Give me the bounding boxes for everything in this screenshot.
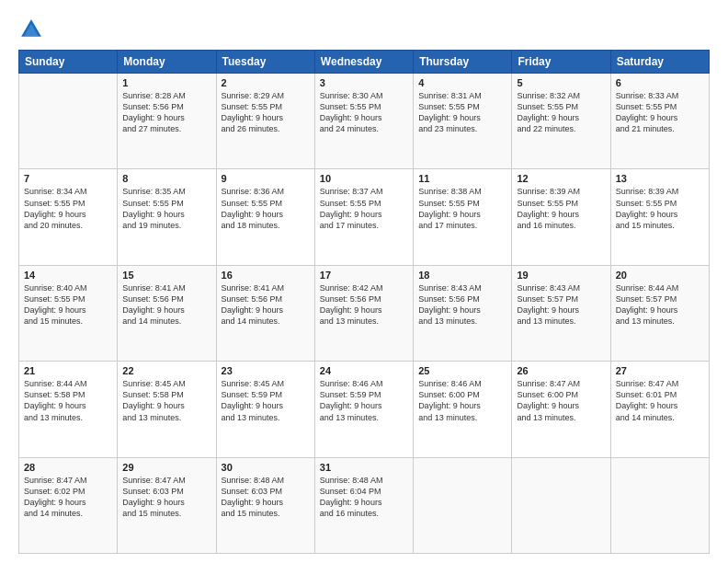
day-cell: 9Sunrise: 8:36 AM Sunset: 5:55 PM Daylig… xyxy=(216,169,314,265)
page: SundayMondayTuesdayWednesdayThursdayFrid… xyxy=(0,0,728,563)
day-number: 12 xyxy=(517,173,605,184)
day-number: 25 xyxy=(418,365,506,376)
day-cell: 10Sunrise: 8:37 AM Sunset: 5:55 PM Dayli… xyxy=(314,169,413,265)
day-number: 24 xyxy=(320,365,408,376)
day-info: Sunrise: 8:37 AM Sunset: 5:55 PM Dayligh… xyxy=(320,186,408,231)
day-number: 29 xyxy=(122,462,210,473)
day-cell: 16Sunrise: 8:41 AM Sunset: 5:56 PM Dayli… xyxy=(216,265,314,361)
day-cell xyxy=(414,457,512,553)
day-number: 1 xyxy=(122,77,210,88)
calendar-body: 1Sunrise: 8:28 AM Sunset: 5:56 PM Daylig… xyxy=(19,74,710,554)
week-row-2: 7Sunrise: 8:34 AM Sunset: 5:55 PM Daylig… xyxy=(19,169,710,265)
header-cell-saturday: Saturday xyxy=(610,51,709,74)
day-cell: 21Sunrise: 8:44 AM Sunset: 5:58 PM Dayli… xyxy=(19,362,118,457)
header-cell-monday: Monday xyxy=(118,51,216,74)
day-number: 9 xyxy=(222,173,310,184)
day-cell xyxy=(610,457,709,553)
day-cell: 8Sunrise: 8:35 AM Sunset: 5:55 PM Daylig… xyxy=(118,169,216,265)
day-cell: 24Sunrise: 8:46 AM Sunset: 5:59 PM Dayli… xyxy=(314,362,413,457)
day-info: Sunrise: 8:43 AM Sunset: 5:57 PM Dayligh… xyxy=(517,282,605,327)
day-number: 22 xyxy=(122,365,210,376)
day-info: Sunrise: 8:30 AM Sunset: 5:55 PM Dayligh… xyxy=(320,90,408,135)
day-number: 19 xyxy=(517,270,605,281)
header-cell-wednesday: Wednesday xyxy=(314,51,413,74)
day-info: Sunrise: 8:43 AM Sunset: 5:56 PM Dayligh… xyxy=(418,282,506,327)
day-number: 21 xyxy=(24,365,112,376)
day-info: Sunrise: 8:28 AM Sunset: 5:56 PM Dayligh… xyxy=(122,90,210,135)
day-cell: 15Sunrise: 8:41 AM Sunset: 5:56 PM Dayli… xyxy=(118,265,216,361)
calendar-table: SundayMondayTuesdayWednesdayThursdayFrid… xyxy=(18,50,710,554)
day-number: 15 xyxy=(122,270,210,281)
calendar-header: SundayMondayTuesdayWednesdayThursdayFrid… xyxy=(19,51,710,74)
day-cell: 30Sunrise: 8:48 AM Sunset: 6:03 PM Dayli… xyxy=(216,457,314,553)
day-number: 28 xyxy=(24,462,112,473)
day-info: Sunrise: 8:31 AM Sunset: 5:55 PM Dayligh… xyxy=(418,90,506,135)
day-cell: 27Sunrise: 8:47 AM Sunset: 6:01 PM Dayli… xyxy=(610,362,709,457)
day-cell: 4Sunrise: 8:31 AM Sunset: 5:55 PM Daylig… xyxy=(414,74,512,169)
day-number: 4 xyxy=(418,77,506,88)
day-cell: 22Sunrise: 8:45 AM Sunset: 5:58 PM Dayli… xyxy=(118,362,216,457)
week-row-3: 14Sunrise: 8:40 AM Sunset: 5:55 PM Dayli… xyxy=(19,265,710,361)
day-info: Sunrise: 8:42 AM Sunset: 5:56 PM Dayligh… xyxy=(320,282,408,327)
day-cell: 28Sunrise: 8:47 AM Sunset: 6:02 PM Dayli… xyxy=(19,457,118,553)
day-cell: 11Sunrise: 8:38 AM Sunset: 5:55 PM Dayli… xyxy=(414,169,512,265)
header-cell-friday: Friday xyxy=(512,51,610,74)
day-number: 17 xyxy=(320,270,408,281)
day-info: Sunrise: 8:39 AM Sunset: 5:55 PM Dayligh… xyxy=(616,186,704,231)
week-row-5: 28Sunrise: 8:47 AM Sunset: 6:02 PM Dayli… xyxy=(19,457,710,553)
day-info: Sunrise: 8:44 AM Sunset: 5:57 PM Dayligh… xyxy=(616,282,704,327)
day-info: Sunrise: 8:38 AM Sunset: 5:55 PM Dayligh… xyxy=(418,186,506,231)
day-cell: 7Sunrise: 8:34 AM Sunset: 5:55 PM Daylig… xyxy=(19,169,118,265)
day-cell: 14Sunrise: 8:40 AM Sunset: 5:55 PM Dayli… xyxy=(19,265,118,361)
day-cell: 1Sunrise: 8:28 AM Sunset: 5:56 PM Daylig… xyxy=(118,74,216,169)
day-info: Sunrise: 8:46 AM Sunset: 6:00 PM Dayligh… xyxy=(418,378,506,423)
day-cell: 20Sunrise: 8:44 AM Sunset: 5:57 PM Dayli… xyxy=(610,265,709,361)
day-cell: 23Sunrise: 8:45 AM Sunset: 5:59 PM Dayli… xyxy=(216,362,314,457)
day-info: Sunrise: 8:36 AM Sunset: 5:55 PM Dayligh… xyxy=(222,186,310,231)
day-number: 8 xyxy=(122,173,210,184)
week-row-4: 21Sunrise: 8:44 AM Sunset: 5:58 PM Dayli… xyxy=(19,362,710,457)
header xyxy=(18,17,710,42)
day-info: Sunrise: 8:47 AM Sunset: 6:02 PM Dayligh… xyxy=(24,475,112,520)
header-cell-tuesday: Tuesday xyxy=(216,51,314,74)
day-number: 30 xyxy=(222,462,310,473)
day-number: 27 xyxy=(616,365,704,376)
day-info: Sunrise: 8:47 AM Sunset: 6:03 PM Dayligh… xyxy=(122,475,210,520)
day-info: Sunrise: 8:29 AM Sunset: 5:55 PM Dayligh… xyxy=(222,90,310,135)
day-cell: 6Sunrise: 8:33 AM Sunset: 5:55 PM Daylig… xyxy=(610,74,709,169)
day-number: 14 xyxy=(24,270,112,281)
day-number: 20 xyxy=(616,270,704,281)
day-info: Sunrise: 8:47 AM Sunset: 6:00 PM Dayligh… xyxy=(517,378,605,423)
day-cell: 3Sunrise: 8:30 AM Sunset: 5:55 PM Daylig… xyxy=(314,74,413,169)
day-number: 11 xyxy=(418,173,506,184)
day-cell: 13Sunrise: 8:39 AM Sunset: 5:55 PM Dayli… xyxy=(610,169,709,265)
day-cell: 12Sunrise: 8:39 AM Sunset: 5:55 PM Dayli… xyxy=(512,169,610,265)
header-cell-sunday: Sunday xyxy=(19,51,118,74)
day-info: Sunrise: 8:40 AM Sunset: 5:55 PM Dayligh… xyxy=(24,282,112,327)
day-cell: 26Sunrise: 8:47 AM Sunset: 6:00 PM Dayli… xyxy=(512,362,610,457)
day-info: Sunrise: 8:39 AM Sunset: 5:55 PM Dayligh… xyxy=(517,186,605,231)
day-cell: 25Sunrise: 8:46 AM Sunset: 6:00 PM Dayli… xyxy=(414,362,512,457)
day-number: 16 xyxy=(222,270,310,281)
day-number: 6 xyxy=(616,77,704,88)
day-cell: 5Sunrise: 8:32 AM Sunset: 5:55 PM Daylig… xyxy=(512,74,610,169)
day-number: 3 xyxy=(320,77,408,88)
day-number: 13 xyxy=(616,173,704,184)
day-info: Sunrise: 8:46 AM Sunset: 5:59 PM Dayligh… xyxy=(320,378,408,423)
day-info: Sunrise: 8:32 AM Sunset: 5:55 PM Dayligh… xyxy=(517,90,605,135)
day-info: Sunrise: 8:47 AM Sunset: 6:01 PM Dayligh… xyxy=(616,378,704,423)
day-info: Sunrise: 8:35 AM Sunset: 5:55 PM Dayligh… xyxy=(122,186,210,231)
day-info: Sunrise: 8:34 AM Sunset: 5:55 PM Dayligh… xyxy=(24,186,112,231)
day-number: 7 xyxy=(24,173,112,184)
day-cell: 18Sunrise: 8:43 AM Sunset: 5:56 PM Dayli… xyxy=(414,265,512,361)
day-number: 31 xyxy=(320,462,408,473)
week-row-1: 1Sunrise: 8:28 AM Sunset: 5:56 PM Daylig… xyxy=(19,74,710,169)
day-cell: 2Sunrise: 8:29 AM Sunset: 5:55 PM Daylig… xyxy=(216,74,314,169)
header-cell-thursday: Thursday xyxy=(414,51,512,74)
day-number: 10 xyxy=(320,173,408,184)
day-number: 23 xyxy=(222,365,310,376)
header-row: SundayMondayTuesdayWednesdayThursdayFrid… xyxy=(19,51,710,74)
day-cell xyxy=(19,74,118,169)
day-cell: 17Sunrise: 8:42 AM Sunset: 5:56 PM Dayli… xyxy=(314,265,413,361)
logo-icon xyxy=(18,17,44,42)
